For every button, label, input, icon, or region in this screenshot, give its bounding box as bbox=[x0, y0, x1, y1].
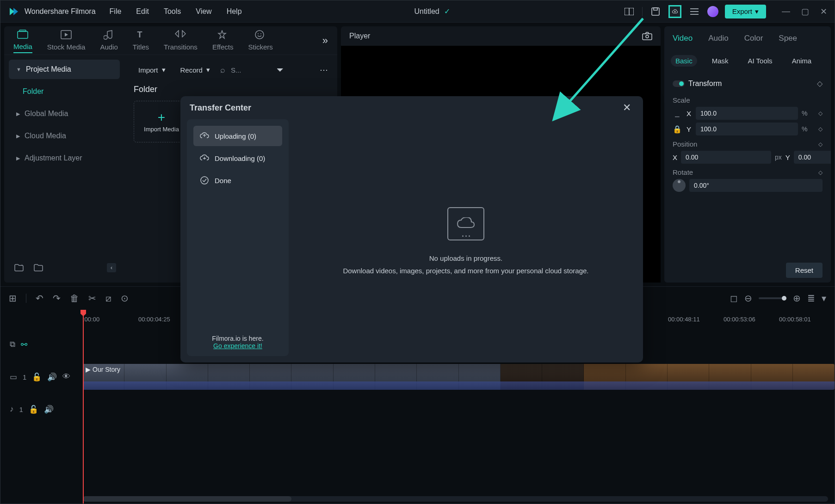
keyframe-icon[interactable]: ◇ bbox=[818, 126, 823, 132]
tab-transitions[interactable]: Transitions bbox=[164, 28, 198, 53]
mute-icon[interactable]: 🔊 bbox=[44, 405, 54, 414]
lock-icon[interactable]: 🔓 bbox=[29, 405, 38, 414]
modal-sidebar: Uploading (0) Downloading (0) Done Filmo… bbox=[187, 119, 289, 356]
zoom-slider[interactable] bbox=[759, 297, 786, 299]
delete-icon[interactable]: 🗑 bbox=[70, 293, 79, 304]
tab-titles[interactable]: TTitles bbox=[133, 28, 149, 53]
menu-help[interactable]: Help bbox=[227, 7, 242, 16]
import-media-label: Import Media bbox=[144, 126, 179, 133]
undo-icon[interactable]: ↶ bbox=[36, 293, 43, 304]
reset-button[interactable]: Reset bbox=[786, 263, 823, 278]
redo-icon[interactable]: ↷ bbox=[53, 293, 61, 304]
keyframe-icon[interactable]: ◇ bbox=[818, 141, 823, 148]
cloud-sync-icon[interactable] bbox=[668, 5, 681, 18]
keyframe-icon[interactable]: ◇ bbox=[818, 169, 823, 176]
snapshot-icon[interactable] bbox=[642, 32, 652, 40]
percent-unit: % bbox=[802, 110, 815, 117]
inspector-tab-speed[interactable]: Spee bbox=[777, 31, 799, 46]
sidebar-project-media[interactable]: ▼Project Media bbox=[9, 60, 120, 79]
lock-icon[interactable]: 🔓 bbox=[32, 372, 42, 382]
menu-edit[interactable]: Edit bbox=[136, 7, 149, 16]
lock-icon[interactable]: 🔒 bbox=[673, 125, 682, 134]
cloud-storage-icon bbox=[447, 207, 484, 240]
mute-icon[interactable]: 🔊 bbox=[47, 372, 57, 382]
tab-effects[interactable]: Effects bbox=[212, 28, 234, 53]
svg-rect-16 bbox=[643, 34, 652, 40]
hamburger-icon[interactable] bbox=[688, 5, 701, 18]
grid-icon[interactable]: ⊞ bbox=[9, 293, 17, 304]
filmora-io-link[interactable]: Go experience it! bbox=[193, 342, 282, 350]
menu-file[interactable]: File bbox=[110, 7, 122, 16]
menu-view[interactable]: View bbox=[196, 7, 211, 16]
layers-icon[interactable]: ⧉ bbox=[10, 340, 15, 349]
close-modal-icon[interactable]: ✕ bbox=[620, 101, 634, 115]
user-avatar[interactable] bbox=[707, 6, 718, 17]
crop-icon[interactable]: ⧄ bbox=[105, 293, 111, 304]
rotate-knob[interactable] bbox=[673, 179, 686, 192]
export-label: Export bbox=[732, 7, 752, 15]
timeline-scrollbar[interactable] bbox=[83, 496, 828, 502]
pos-y-input[interactable] bbox=[794, 151, 831, 164]
svg-text:+: + bbox=[21, 264, 23, 267]
modal-tab-uploading[interactable]: Uploading (0) bbox=[193, 126, 282, 146]
export-button[interactable]: Export▾ bbox=[725, 5, 766, 18]
divider bbox=[642, 7, 643, 16]
link-icon[interactable]: ⎯ bbox=[673, 109, 682, 117]
playhead[interactable] bbox=[83, 310, 84, 504]
expand-icon[interactable]: » bbox=[322, 35, 328, 47]
inspector-subtab-basic[interactable]: Basic bbox=[671, 55, 697, 67]
menu-tools[interactable]: Tools bbox=[164, 7, 181, 16]
rotate-input[interactable] bbox=[689, 179, 823, 192]
inspector-tab-color[interactable]: Color bbox=[742, 31, 765, 46]
pos-x-input[interactable] bbox=[681, 151, 771, 164]
new-folder-icon[interactable]: + bbox=[12, 261, 25, 274]
inspector-subtab-mask[interactable]: Mask bbox=[707, 55, 733, 67]
keyframe-icon[interactable]: ◇ bbox=[818, 110, 823, 117]
chevron-down-icon[interactable]: ▾ bbox=[822, 293, 826, 304]
search-icon[interactable]: ⌕ bbox=[220, 65, 225, 75]
zoom-in-icon[interactable]: ⊕ bbox=[793, 293, 801, 304]
fit-icon[interactable]: ◻ bbox=[730, 293, 738, 304]
layout-icon[interactable] bbox=[623, 5, 636, 18]
transform-toggle[interactable] bbox=[673, 80, 685, 87]
modal-tab-downloading[interactable]: Downloading (0) bbox=[193, 148, 282, 168]
timeline-options-icon[interactable]: ≣ bbox=[807, 293, 815, 304]
import-dropdown[interactable]: Import▾ bbox=[134, 64, 170, 76]
saved-check-icon: ✓ bbox=[444, 7, 450, 16]
cut-icon[interactable]: ✂ bbox=[88, 293, 96, 304]
minimize-icon[interactable]: — bbox=[782, 6, 790, 17]
maximize-icon[interactable]: ▢ bbox=[801, 6, 809, 17]
inspector-tab-video[interactable]: Video bbox=[671, 31, 694, 46]
tag-icon[interactable]: ⊙ bbox=[121, 293, 129, 304]
tab-audio[interactable]: Audio bbox=[100, 28, 118, 53]
sidebar-cloud-media[interactable]: ▶Cloud Media bbox=[9, 126, 120, 146]
record-dropdown[interactable]: Record▾ bbox=[176, 64, 215, 76]
tab-media[interactable]: Media bbox=[13, 28, 32, 53]
folder-icon[interactable] bbox=[32, 261, 45, 274]
more-icon[interactable]: ⋯ bbox=[320, 65, 328, 75]
caret-right-icon: ▶ bbox=[16, 111, 20, 117]
zoom-out-icon[interactable]: ⊖ bbox=[744, 293, 752, 304]
svg-rect-2 bbox=[652, 8, 659, 15]
transform-section[interactable]: Transform ◇ bbox=[673, 75, 823, 92]
video-clip[interactable]: ▶Our Story bbox=[83, 364, 835, 390]
filter-icon[interactable]: ⏷ bbox=[276, 65, 285, 75]
sidebar-global-media[interactable]: ▶Global Media bbox=[9, 104, 120, 123]
scale-x-input[interactable] bbox=[696, 107, 798, 120]
link-icon[interactable]: ⚯ bbox=[21, 340, 27, 350]
keyframe-icon[interactable]: ◇ bbox=[817, 79, 823, 88]
inspector-subtab-animation[interactable]: Anima bbox=[787, 55, 816, 67]
collapse-sidebar-icon[interactable]: ‹ bbox=[107, 263, 116, 272]
inspector-tab-audio[interactable]: Audio bbox=[706, 31, 730, 46]
modal-tab-done[interactable]: Done bbox=[193, 170, 282, 191]
close-icon[interactable]: ✕ bbox=[820, 6, 827, 17]
scale-y-input[interactable] bbox=[696, 123, 798, 135]
tab-stock-media[interactable]: Stock Media bbox=[47, 28, 86, 53]
save-icon[interactable] bbox=[649, 5, 662, 18]
eye-icon[interactable]: 👁 bbox=[62, 372, 70, 381]
search-input[interactable]: S... bbox=[231, 66, 241, 74]
sidebar-folder[interactable]: Folder bbox=[9, 82, 120, 101]
inspector-subtab-aitools[interactable]: AI Tools bbox=[743, 55, 777, 67]
tab-stickers[interactable]: Stickers bbox=[248, 28, 272, 53]
sidebar-adjustment-layer[interactable]: ▶Adjustment Layer bbox=[9, 148, 120, 168]
